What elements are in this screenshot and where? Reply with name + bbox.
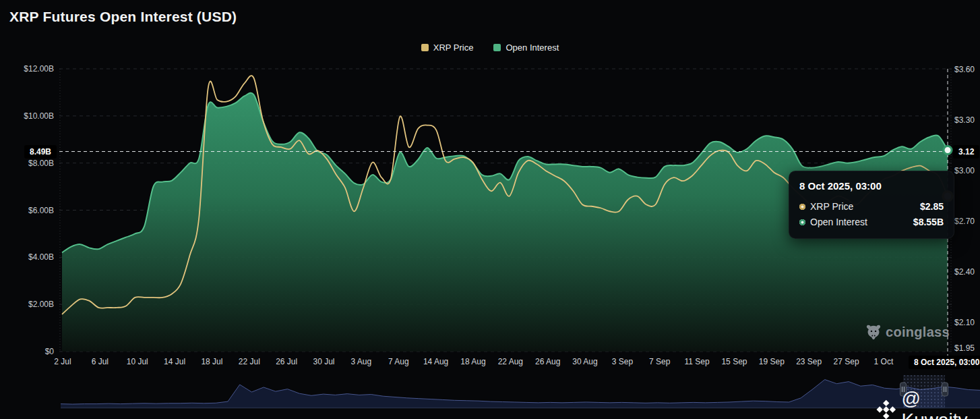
left-axis-tick: $8.00B — [1, 159, 54, 168]
x-axis-tick: 22 Aug — [498, 357, 523, 366]
x-axis-tick: 26 Jul — [276, 357, 297, 366]
x-axis-tick: 22 Jul — [239, 357, 260, 366]
open-interest-marker — [944, 146, 952, 154]
tooltip-row-open-interest: Open Interest $8.55B — [799, 215, 944, 230]
right-axis-tick: $3.60 — [954, 65, 975, 74]
x-axis-tick: 30 Jul — [313, 357, 335, 366]
credit-text: @ Kuwaity — [902, 388, 980, 419]
x-axis-tick: 27 Sep — [834, 357, 859, 366]
x-axis-tick: 11 Sep — [685, 357, 710, 366]
left-axis-tick: $6.00B — [1, 206, 54, 215]
tooltip-value: $2.85 — [920, 199, 944, 215]
x-axis-tick: 2 Jul — [54, 357, 71, 366]
left-axis-tick: $12.00B — [1, 64, 54, 74]
right-axis-tick: $3.30 — [954, 115, 975, 125]
x-axis-tick: 10 Jul — [127, 357, 148, 366]
x-axis-tick: 3 Aug — [351, 357, 372, 366]
x-axis-tick: 18 Jul — [201, 357, 222, 366]
tooltip-value: $8.55B — [913, 215, 944, 230]
x-axis-tick: 6 Jul — [92, 357, 109, 366]
tooltip-row-xrp-price: XRP Price $2.85 — [799, 199, 944, 215]
tooltip-label: Open Interest — [810, 215, 867, 230]
crosshair-date-label: 8 Oct 2025, 03:00 — [909, 356, 980, 369]
right-axis-tick: $2.70 — [954, 217, 975, 226]
crosshair-right-label: 3.12 — [953, 145, 979, 159]
right-axis-tick: $3.00 — [954, 166, 975, 175]
left-axis-tick: $4.00B — [1, 252, 54, 262]
left-axis-tick: $2.00B — [1, 300, 54, 309]
x-axis-tick: 7 Aug — [388, 357, 409, 366]
crosshair-left-label: 8.49B — [24, 145, 57, 159]
x-axis-tick: 7 Sep — [649, 357, 670, 366]
x-axis-tick: 14 Aug — [423, 357, 448, 366]
x-axis-tick: 15 Sep — [721, 357, 747, 366]
x-axis-tick: 26 Aug — [535, 357, 560, 366]
credit-watermark: @ Kuwaity — [876, 388, 980, 419]
right-axis-tick: $1.95 — [954, 343, 975, 353]
right-axis-tick: $2.40 — [954, 267, 975, 277]
x-axis-tick: 18 Aug — [460, 357, 485, 366]
tooltip-label: XRP Price — [810, 199, 853, 215]
x-axis-tick: 3 Sep — [612, 357, 633, 366]
x-axis-tick: 14 Jul — [164, 357, 185, 366]
open-interest-dot-icon — [799, 219, 805, 225]
x-axis-tick: 1 Oct — [874, 357, 894, 366]
hover-tooltip: 8 Oct 2025, 03:00 XRP Price $2.85 Open I… — [789, 171, 954, 239]
binance-logo-icon — [876, 398, 896, 419]
left-axis-tick: $0 — [1, 347, 54, 356]
coinglass-watermark: coinglass — [865, 323, 950, 341]
x-axis-tick: 19 Sep — [759, 357, 785, 366]
x-axis-tick: 30 Aug — [572, 357, 597, 366]
coinglass-wordmark: coinglass — [886, 325, 950, 340]
chart-window: XRP Futures Open Interest (USD) XRP Pric… — [0, 0, 980, 419]
x-axis-tick: 23 Sep — [796, 357, 822, 366]
coinglass-bull-icon — [865, 323, 882, 341]
xrp-price-dot-icon — [799, 204, 805, 210]
left-axis-tick: $10.00B — [1, 111, 54, 121]
right-axis-tick: $2.10 — [954, 318, 975, 327]
tooltip-title: 8 Oct 2025, 03:00 — [799, 180, 944, 192]
